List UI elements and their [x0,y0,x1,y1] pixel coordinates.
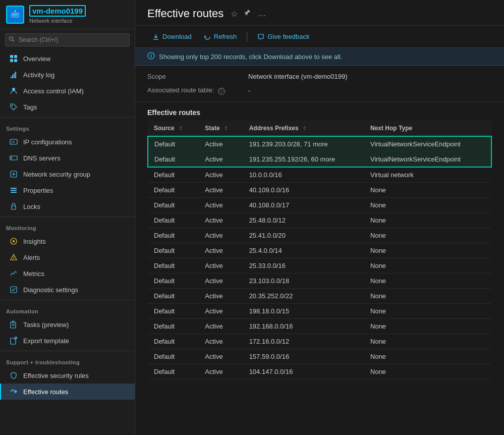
table-row[interactable]: DefaultActive25.41.0.0/20None [148,228,491,243]
sidebar-item-effective-security-rules[interactable]: Effective security rules [0,367,135,384]
cell-next-hop-type: None [364,349,491,364]
cell-state: Active [199,167,243,183]
sidebar-item-properties[interactable]: Properties [0,182,135,198]
sort-source-icon[interactable] [178,126,183,131]
table-row[interactable]: DefaultActive104.147.0.0/16None [148,364,491,379]
cell-next-hop-type: None [364,364,491,379]
svg-rect-12 [12,75,13,78]
table-section: Effective routes Source State [135,102,504,392]
tags-icon [9,102,18,112]
table-row[interactable]: DefaultActive192.168.0.0/16None [148,318,491,334]
sidebar-header: vm-demo0199 Network interface [0,0,135,29]
star-button[interactable]: ☆ [230,8,239,20]
sidebar-item-locks[interactable]: Locks [0,198,135,214]
cell-state: Active [199,136,243,152]
feedback-button[interactable]: Give feedback [252,31,314,42]
cell-state: Active [199,334,243,349]
route-table-info-icon[interactable]: ⓘ [218,88,225,95]
table-row[interactable]: DefaultActive40.108.0.0/17None [148,197,491,212]
sidebar-item-alerts[interactable]: Alerts [0,249,135,265]
sidebar-item-properties-label: Properties [23,187,53,194]
sidebar-item-metrics-label: Metrics [23,270,44,278]
col-next-hop[interactable]: Next Hop Type [364,121,491,136]
tasks-icon [9,320,18,329]
cell-address-prefixes: 40.108.0.0/17 [243,197,364,212]
col-state[interactable]: State [199,121,243,136]
search-input[interactable] [5,33,130,46]
refresh-label: Refresh [214,33,237,40]
cell-state: Active [199,197,243,212]
cell-source: Default [148,334,199,349]
refresh-icon [204,33,211,40]
sidebar-item-effective-routes[interactable]: Effective routes [0,384,135,400]
svg-point-15 [12,88,15,91]
cell-next-hop-type: Virtual network [364,167,491,183]
table-row[interactable]: DefaultActive23.103.0.0/18None [148,273,491,288]
sidebar-item-tasks[interactable]: Tasks (preview) [0,316,135,333]
cell-next-hop-type: None [364,212,491,228]
table-row[interactable]: DefaultActive172.16.0.0/12None [148,334,491,349]
sort-state-icon[interactable] [223,126,229,131]
download-button[interactable]: Download [147,31,197,42]
sidebar-item-export-template[interactable]: Export template [0,333,135,349]
svg-rect-31 [14,256,14,258]
svg-rect-9 [10,59,13,62]
table-row[interactable]: DefaultActive198.18.0.0/15None [148,303,491,318]
col-address-prefixes[interactable]: Address Prefixes [243,121,364,136]
sidebar-item-iam[interactable]: Access control (IAM) [0,83,135,99]
routes-table: Source State Address Prefi [147,121,492,379]
cell-address-prefixes: 25.48.0.0/12 [243,212,364,228]
table-row[interactable]: DefaultActive25.48.0.0/12None [148,212,491,228]
route-table-row: Associated route table: ⓘ - [147,86,492,95]
page-title: Effective routes [147,7,223,20]
sidebar-item-diagnostic-settings[interactable]: Diagnostic settings [0,282,135,298]
cell-address-prefixes: 198.18.0.0/15 [243,303,364,318]
cell-next-hop-type: None [364,273,491,288]
cell-next-hop-type: None [364,243,491,258]
sidebar-item-ip-configurations[interactable]: IP IP configurations [0,134,135,150]
cell-address-prefixes: 191.239.203.0/28, 71 more [243,136,364,152]
table-row[interactable]: DefaultActive20.35.252.0/22None [148,288,491,303]
table-title: Effective routes [147,102,492,121]
sidebar-item-insights[interactable]: Insights [0,233,135,249]
sidebar-item-nsg[interactable]: Network security group [0,166,135,182]
svg-point-32 [13,259,14,260]
col-source[interactable]: Source [148,121,199,136]
cell-source: Default [148,197,199,212]
pin-button[interactable] [243,8,253,20]
search-box [5,33,130,46]
cell-source: Default [148,136,199,152]
sidebar-item-dns-servers[interactable]: DNS servers [0,150,135,166]
table-row[interactable]: DefaultActive10.0.0.0/16Virtual network [148,167,491,183]
activity-icon [9,70,18,79]
cell-next-hop-type: VirtualNetworkServiceEndpoint [364,151,491,167]
table-row[interactable]: DefaultActive191.239.203.0/28, 71 moreVi… [148,136,491,152]
refresh-button[interactable]: Refresh [199,31,242,42]
sort-address-icon[interactable] [302,126,307,131]
cell-source: Default [148,258,199,273]
table-row[interactable]: DefaultActive25.4.0.0/14None [148,243,491,258]
resource-type: Network interface [29,18,86,24]
section-monitoring: Monitoring [0,219,135,233]
cell-state: Active [199,349,243,364]
table-row[interactable]: DefaultActive191.235.255.192/26, 60 more… [148,151,491,167]
cell-next-hop-type: None [364,197,491,212]
cell-address-prefixes: 191.235.255.192/26, 60 more [243,151,364,167]
cell-state: Active [199,151,243,167]
sidebar-item-activity-log[interactable]: Activity log [0,67,135,83]
export-icon [9,336,18,345]
svg-rect-1 [12,14,18,15]
more-button[interactable]: … [257,8,267,19]
locks-icon [9,202,18,211]
table-row[interactable]: DefaultActive157.59.0.0/16None [148,349,491,364]
sidebar-item-metrics[interactable]: Metrics [0,265,135,282]
overview-icon [9,54,18,63]
sidebar-item-tags[interactable]: Tags [0,99,135,115]
svg-rect-11 [11,77,12,78]
sidebar-item-overview[interactable]: Overview [0,50,135,67]
cell-state: Active [199,318,243,334]
content-area: Scope Network interface (vm-demo0199) As… [135,66,504,435]
table-row[interactable]: DefaultActive40.109.0.0/16None [148,182,491,197]
table-row[interactable]: DefaultActive25.33.0.0/16None [148,258,491,273]
sidebar: vm-demo0199 Network interface Overview A… [0,0,135,435]
